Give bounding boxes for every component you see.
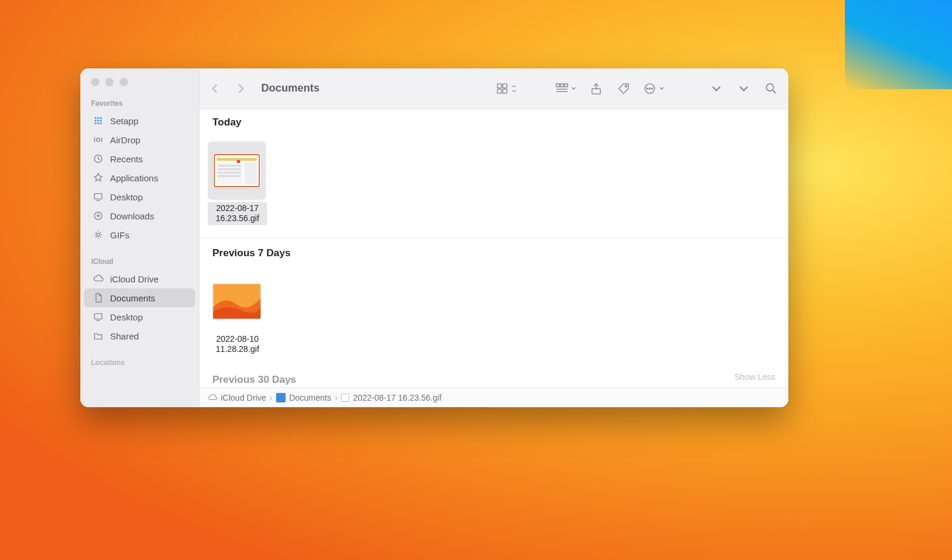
applications-icon [92, 172, 104, 184]
shared-folder-icon [92, 330, 104, 342]
svg-point-13 [96, 233, 99, 236]
sidebar-item-label: AirDrop [110, 135, 140, 145]
window-title: Documents [261, 82, 320, 95]
svg-rect-15 [497, 84, 502, 88]
sidebar-item-gifs[interactable]: GIFs [84, 225, 195, 244]
tag-button[interactable] [616, 81, 631, 96]
sidebar-item-label: Recents [110, 154, 143, 164]
svg-rect-18 [503, 89, 507, 93]
document-icon [92, 292, 104, 304]
toolbar: Documents [199, 68, 788, 109]
path-separator: › [270, 393, 273, 402]
svg-point-23 [625, 86, 627, 87]
svg-rect-21 [565, 84, 568, 87]
path-bar: iCloud Drive › Documents › 2022-08-17 16… [199, 388, 788, 407]
path-crumb-file[interactable]: 2022-08-17 16.23.56.gif [341, 393, 441, 402]
zoom-window-button[interactable] [120, 78, 128, 86]
file-item[interactable]: 2022-08-17 16.23.56.gif [208, 141, 267, 225]
file-name: 2022-08-17 16.23.56.gif [208, 202, 267, 225]
wallpaper-thumbnail-icon [213, 284, 261, 319]
sidebar-item-downloads[interactable]: Downloads [84, 206, 195, 225]
svg-rect-36 [218, 175, 241, 177]
movie-file-icon [341, 394, 349, 402]
close-window-button[interactable] [91, 78, 99, 86]
sidebar-item-label: Applications [110, 173, 158, 183]
sidebar-item-label: iCloud Drive [110, 274, 159, 284]
svg-rect-33 [218, 165, 241, 166]
svg-point-37 [237, 160, 240, 163]
finder-window: Favorites Setapp AirDrop Recents Applica… [80, 68, 788, 407]
cloud-icon [208, 393, 217, 402]
section-header-prev7: Previous 7 Days [199, 238, 788, 265]
svg-point-27 [652, 88, 653, 89]
svg-rect-35 [218, 172, 241, 174]
toolbar-chevron-1[interactable] [709, 81, 724, 96]
file-item[interactable]: 2022-08-10 11.28.28.gif [208, 272, 267, 356]
file-thumbnail [208, 272, 266, 331]
sidebar-item-label: GIFs [110, 230, 130, 240]
sidebar-section-favorites: Favorites [80, 97, 199, 111]
svg-point-25 [647, 88, 648, 89]
svg-rect-14 [95, 314, 102, 319]
minimize-window-button[interactable] [105, 78, 114, 86]
svg-rect-34 [218, 168, 241, 170]
view-mode-button[interactable] [496, 81, 517, 96]
desktop-icon [92, 191, 104, 203]
svg-point-3 [95, 119, 97, 122]
sidebar-item-setapp[interactable]: Setapp [84, 111, 195, 130]
show-less-button[interactable]: Show Less [735, 372, 775, 382]
section-header-prev30: Previous 30 Days [199, 364, 788, 388]
toolbar-chevron-2[interactable] [736, 81, 751, 96]
sidebar-item-desktop-icloud[interactable]: Desktop [84, 307, 195, 326]
download-icon [92, 210, 104, 222]
file-name: 2022-08-10 11.28.28.gif [208, 333, 267, 356]
path-crumb-label: 2022-08-17 16.23.56.gif [353, 393, 441, 402]
svg-rect-11 [95, 194, 102, 199]
sidebar-item-label: Shared [110, 331, 139, 341]
sidebar-item-applications[interactable]: Applications [84, 168, 195, 187]
nav-forward-button[interactable] [234, 82, 247, 95]
sidebar-item-shared[interactable]: Shared [84, 326, 195, 345]
sidebar-item-label: Desktop [110, 192, 143, 202]
sidebar-item-airdrop[interactable]: AirDrop [84, 130, 195, 149]
share-button[interactable] [588, 81, 604, 96]
svg-rect-32 [245, 162, 257, 184]
path-crumb-label: Documents [289, 393, 331, 402]
section-header-today: Today [199, 109, 788, 134]
sidebar-section-locations: Locations [80, 356, 199, 367]
svg-point-7 [97, 122, 99, 125]
svg-point-6 [95, 122, 97, 125]
nav-back-button[interactable] [209, 82, 222, 95]
path-separator: › [335, 393, 338, 402]
sidebar-item-label: Documents [110, 293, 155, 303]
app-grid-icon [92, 115, 104, 127]
svg-point-1 [97, 117, 99, 119]
main-pane: Documents [199, 68, 788, 407]
sidebar-item-desktop[interactable]: Desktop [84, 187, 195, 206]
svg-point-5 [100, 119, 102, 122]
window-controls [80, 78, 199, 97]
svg-point-26 [649, 88, 650, 89]
svg-point-8 [100, 122, 102, 125]
sidebar-item-recents[interactable]: Recents [84, 149, 195, 168]
sidebar-item-documents[interactable]: Documents [84, 288, 195, 307]
group-by-button[interactable] [555, 81, 577, 96]
svg-rect-30 [217, 158, 257, 161]
sidebar-item-label: Downloads [110, 211, 154, 221]
airdrop-icon [92, 134, 104, 146]
sidebar-item-label: Desktop [110, 312, 143, 322]
path-crumb-icloud[interactable]: iCloud Drive [208, 393, 266, 402]
window-thumbnail-icon [213, 153, 261, 188]
search-button[interactable] [763, 81, 779, 96]
svg-point-28 [766, 84, 774, 91]
svg-point-2 [100, 117, 102, 119]
sidebar-item-label: Setapp [110, 116, 139, 126]
sidebar-item-icloud-drive[interactable]: iCloud Drive [84, 269, 195, 288]
svg-point-9 [96, 138, 99, 141]
cloud-icon [92, 273, 104, 285]
more-actions-button[interactable] [643, 81, 665, 96]
svg-point-0 [95, 117, 97, 119]
svg-rect-20 [560, 84, 563, 87]
path-crumb-documents[interactable]: Documents [276, 393, 331, 402]
path-crumb-label: iCloud Drive [221, 393, 266, 402]
